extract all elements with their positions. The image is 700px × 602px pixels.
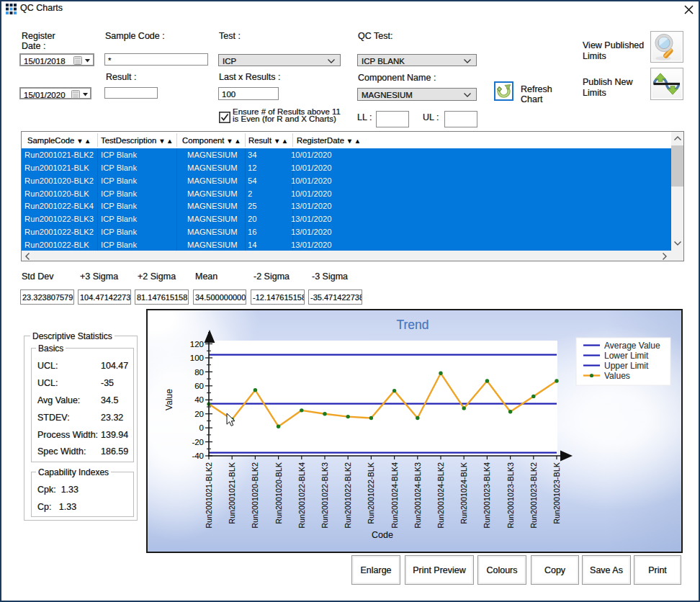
svg-text:Value: Value — [164, 389, 174, 410]
svg-text:-40: -40 — [192, 452, 204, 460]
svg-text:100: 100 — [190, 354, 204, 362]
svg-text:40: 40 — [194, 395, 204, 404]
svg-text:Run2001020-BLK: Run2001020-BLK — [274, 462, 283, 524]
svg-text:Trend: Trend — [396, 318, 428, 332]
svg-text:Run2001021-BLK2: Run2001021-BLK2 — [205, 462, 213, 529]
svg-text:Run2001023-BLK: Run2001023-BLK — [552, 462, 561, 524]
svg-text:Run2001022-BLK2: Run2001022-BLK2 — [344, 462, 352, 529]
svg-text:Code: Code — [372, 530, 393, 540]
svg-text:Run2001022-BLK: Run2001022-BLK — [367, 462, 375, 524]
svg-text:Run2001023-BLK3: Run2001023-BLK3 — [506, 462, 515, 529]
svg-text:Run2001024-BLK4: Run2001024-BLK4 — [390, 462, 399, 529]
svg-text:-20: -20 — [192, 438, 204, 446]
svg-text:Values: Values — [604, 371, 630, 381]
svg-text:Average Value: Average Value — [604, 341, 660, 351]
svg-text:Run2001024-BLK2: Run2001024-BLK2 — [436, 462, 445, 529]
svg-text:Run2001022-BLK3: Run2001022-BLK3 — [320, 462, 329, 529]
svg-text:Run2001020-BLK2: Run2001020-BLK2 — [251, 462, 259, 529]
svg-text:120: 120 — [190, 340, 204, 349]
svg-text:20: 20 — [194, 410, 204, 418]
svg-text:Run2001021-BLK: Run2001021-BLK — [228, 462, 236, 524]
svg-text:Run2001023-BLK4: Run2001023-BLK4 — [483, 462, 491, 529]
svg-text:0: 0 — [199, 423, 204, 432]
svg-text:Upper Limit: Upper Limit — [604, 361, 649, 371]
svg-text:Lower Limit: Lower Limit — [604, 351, 649, 361]
svg-text:Run2001022-BLK4: Run2001022-BLK4 — [297, 462, 306, 529]
svg-text:60: 60 — [194, 382, 204, 390]
svg-text:80: 80 — [194, 368, 204, 377]
svg-text:Run2001023-BLK2: Run2001023-BLK2 — [529, 462, 538, 529]
svg-text:Run2001024-BLK3: Run2001024-BLK3 — [413, 462, 422, 529]
svg-text:Run2001024-BLK: Run2001024-BLK — [459, 462, 468, 524]
